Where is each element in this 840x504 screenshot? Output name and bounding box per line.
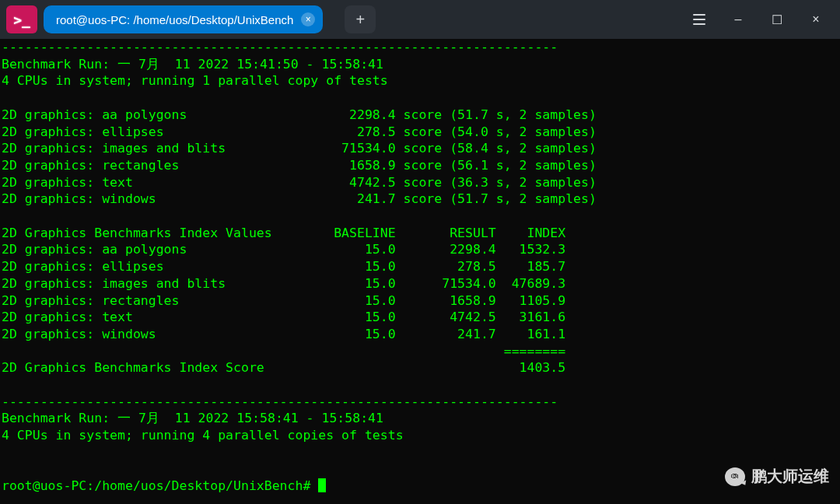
app-icon: >_ (6, 5, 37, 33)
wechat-icon: ෧ (725, 467, 745, 486)
hamburger-icon (693, 14, 705, 25)
terminal-line: ----------------------------------------… (2, 39, 838, 56)
terminal-line (2, 208, 838, 225)
terminal-line: 2D graphics: text 4742.5 score (36.3 s, … (2, 174, 838, 191)
watermark: ෧ 鹏大师运维 (725, 466, 829, 487)
terminal-line: 2D graphics: rectangles 1658.9 score (56… (2, 157, 838, 174)
titlebar: >_ root@uos-PC: /home/uos/Desktop/UnixBe… (0, 0, 840, 39)
terminal-line: 2D graphics: windows 241.7 score (51.7 s… (2, 191, 838, 208)
tab-title: root@uos-PC: /home/uos/Desktop/UnixBench (56, 13, 293, 26)
terminal-line: 2D graphics: images and blits 15.0 71534… (2, 275, 838, 292)
shell-prompt: root@uos-PC:/home/uos/Desktop/UnixBench# (2, 478, 318, 493)
terminal-line: 2D graphics: ellipses 278.5 score (54.0 … (2, 124, 838, 141)
active-tab[interactable]: root@uos-PC: /home/uos/Desktop/UnixBench… (44, 5, 323, 33)
terminal-line: 2D graphics: text 15.0 4742.5 3161.6 (2, 309, 838, 326)
terminal-line (2, 461, 838, 478)
terminal-line (2, 444, 838, 461)
maximize-button[interactable]: ☐ (759, 5, 795, 33)
minimize-icon: – (735, 12, 742, 26)
terminal-line: 2D graphics: windows 15.0 241.7 161.1 (2, 326, 838, 343)
tab-close-button[interactable]: × (301, 12, 315, 26)
close-icon: × (812, 12, 819, 26)
terminal-line (2, 376, 838, 394)
terminal-line: 4 CPUs in system; running 4 parallel cop… (2, 427, 838, 444)
close-window-button[interactable]: × (798, 5, 834, 33)
new-tab-button[interactable]: + (345, 5, 376, 33)
terminal-line: 2D Graphics Benchmarks Index Values BASE… (2, 225, 838, 242)
terminal-line: 2D graphics: images and blits 71534.0 sc… (2, 140, 838, 157)
terminal-line: 2D graphics: aa polygons 2298.4 score (5… (2, 107, 838, 124)
menu-button[interactable] (681, 5, 717, 33)
prompt-line[interactable]: root@uos-PC:/home/uos/Desktop/UnixBench# (2, 478, 838, 495)
terminal-line: 2D graphics: aa polygons 15.0 2298.4 153… (2, 241, 838, 258)
minimize-button[interactable]: – (720, 5, 756, 33)
terminal-line: ----------------------------------------… (2, 394, 838, 411)
terminal-line (2, 89, 838, 107)
terminal-output[interactable]: ----------------------------------------… (0, 39, 840, 504)
terminal-line: 2D graphics: ellipses 15.0 278.5 185.7 (2, 258, 838, 275)
watermark-text: 鹏大师运维 (751, 466, 829, 487)
terminal-line: ======== (2, 343, 838, 360)
terminal-line: 2D graphics: rectangles 15.0 1658.9 1105… (2, 292, 838, 310)
terminal-line: 4 CPUs in system; running 1 parallel cop… (2, 72, 838, 89)
window-controls: – ☐ × (681, 5, 834, 33)
cursor (318, 478, 326, 492)
maximize-icon: ☐ (772, 12, 782, 27)
terminal-line: Benchmark Run: 一 7月 11 2022 15:58:41 - 1… (2, 410, 838, 427)
terminal-line: Benchmark Run: 一 7月 11 2022 15:41:50 - 1… (2, 56, 838, 73)
terminal-line: 2D Graphics Benchmarks Index Score 1403.… (2, 359, 838, 376)
